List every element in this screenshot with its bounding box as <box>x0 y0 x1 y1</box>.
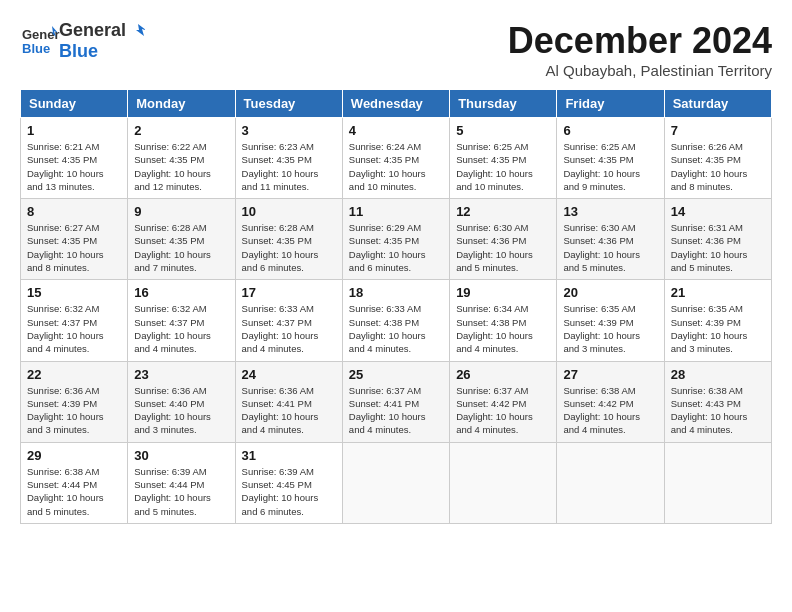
day-info: Sunrise: 6:38 AM Sunset: 4:42 PM Dayligh… <box>563 384 657 437</box>
day-number: 6 <box>563 123 657 138</box>
day-info: Sunrise: 6:25 AM Sunset: 4:35 PM Dayligh… <box>563 140 657 193</box>
logo-icon: General Blue <box>20 21 60 61</box>
table-row: 11Sunrise: 6:29 AM Sunset: 4:35 PM Dayli… <box>342 199 449 280</box>
calendar-table: Sunday Monday Tuesday Wednesday Thursday… <box>20 89 772 524</box>
table-row: 1Sunrise: 6:21 AM Sunset: 4:35 PM Daylig… <box>21 118 128 199</box>
svg-text:Blue: Blue <box>22 41 50 56</box>
table-row: 4Sunrise: 6:24 AM Sunset: 4:35 PM Daylig… <box>342 118 449 199</box>
location: Al Qubaybah, Palestinian Territory <box>508 62 772 79</box>
table-row: 13Sunrise: 6:30 AM Sunset: 4:36 PM Dayli… <box>557 199 664 280</box>
logo-blue-text: Blue <box>59 41 148 62</box>
day-number: 22 <box>27 367 121 382</box>
title-section: December 2024 Al Qubaybah, Palestinian T… <box>508 20 772 79</box>
table-row: 19Sunrise: 6:34 AM Sunset: 4:38 PM Dayli… <box>450 280 557 361</box>
page-header: General Blue General Blue December 2024 … <box>20 20 772 79</box>
table-row: 24Sunrise: 6:36 AM Sunset: 4:41 PM Dayli… <box>235 361 342 442</box>
day-number: 24 <box>242 367 336 382</box>
table-row: 28Sunrise: 6:38 AM Sunset: 4:43 PM Dayli… <box>664 361 771 442</box>
logo: General Blue General Blue <box>20 20 148 61</box>
day-number: 15 <box>27 285 121 300</box>
svg-marker-3 <box>136 24 146 36</box>
table-row: 3Sunrise: 6:23 AM Sunset: 4:35 PM Daylig… <box>235 118 342 199</box>
day-info: Sunrise: 6:33 AM Sunset: 4:37 PM Dayligh… <box>242 302 336 355</box>
table-row: 14Sunrise: 6:31 AM Sunset: 4:36 PM Dayli… <box>664 199 771 280</box>
day-number: 3 <box>242 123 336 138</box>
day-info: Sunrise: 6:27 AM Sunset: 4:35 PM Dayligh… <box>27 221 121 274</box>
day-number: 1 <box>27 123 121 138</box>
day-number: 18 <box>349 285 443 300</box>
day-number: 27 <box>563 367 657 382</box>
table-row: 29Sunrise: 6:38 AM Sunset: 4:44 PM Dayli… <box>21 442 128 523</box>
table-row: 26Sunrise: 6:37 AM Sunset: 4:42 PM Dayli… <box>450 361 557 442</box>
day-number: 16 <box>134 285 228 300</box>
table-row: 25Sunrise: 6:37 AM Sunset: 4:41 PM Dayli… <box>342 361 449 442</box>
day-number: 26 <box>456 367 550 382</box>
table-row: 16Sunrise: 6:32 AM Sunset: 4:37 PM Dayli… <box>128 280 235 361</box>
table-row: 7Sunrise: 6:26 AM Sunset: 4:35 PM Daylig… <box>664 118 771 199</box>
col-monday: Monday <box>128 90 235 118</box>
day-info: Sunrise: 6:37 AM Sunset: 4:42 PM Dayligh… <box>456 384 550 437</box>
day-info: Sunrise: 6:34 AM Sunset: 4:38 PM Dayligh… <box>456 302 550 355</box>
day-info: Sunrise: 6:39 AM Sunset: 4:44 PM Dayligh… <box>134 465 228 518</box>
day-number: 28 <box>671 367 765 382</box>
table-row: 20Sunrise: 6:35 AM Sunset: 4:39 PM Dayli… <box>557 280 664 361</box>
day-number: 20 <box>563 285 657 300</box>
day-info: Sunrise: 6:38 AM Sunset: 4:44 PM Dayligh… <box>27 465 121 518</box>
table-row: 17Sunrise: 6:33 AM Sunset: 4:37 PM Dayli… <box>235 280 342 361</box>
day-number: 30 <box>134 448 228 463</box>
day-number: 2 <box>134 123 228 138</box>
table-row <box>450 442 557 523</box>
day-number: 11 <box>349 204 443 219</box>
day-info: Sunrise: 6:36 AM Sunset: 4:40 PM Dayligh… <box>134 384 228 437</box>
col-tuesday: Tuesday <box>235 90 342 118</box>
day-info: Sunrise: 6:28 AM Sunset: 4:35 PM Dayligh… <box>242 221 336 274</box>
day-number: 9 <box>134 204 228 219</box>
day-number: 12 <box>456 204 550 219</box>
day-number: 19 <box>456 285 550 300</box>
day-number: 29 <box>27 448 121 463</box>
table-row: 30Sunrise: 6:39 AM Sunset: 4:44 PM Dayli… <box>128 442 235 523</box>
table-row <box>664 442 771 523</box>
day-number: 4 <box>349 123 443 138</box>
day-number: 10 <box>242 204 336 219</box>
day-info: Sunrise: 6:21 AM Sunset: 4:35 PM Dayligh… <box>27 140 121 193</box>
table-row: 6Sunrise: 6:25 AM Sunset: 4:35 PM Daylig… <box>557 118 664 199</box>
day-info: Sunrise: 6:31 AM Sunset: 4:36 PM Dayligh… <box>671 221 765 274</box>
table-row: 10Sunrise: 6:28 AM Sunset: 4:35 PM Dayli… <box>235 199 342 280</box>
day-info: Sunrise: 6:22 AM Sunset: 4:35 PM Dayligh… <box>134 140 228 193</box>
day-number: 7 <box>671 123 765 138</box>
day-number: 23 <box>134 367 228 382</box>
day-info: Sunrise: 6:23 AM Sunset: 4:35 PM Dayligh… <box>242 140 336 193</box>
day-info: Sunrise: 6:35 AM Sunset: 4:39 PM Dayligh… <box>563 302 657 355</box>
calendar-week-row: 29Sunrise: 6:38 AM Sunset: 4:44 PM Dayli… <box>21 442 772 523</box>
calendar-week-row: 1Sunrise: 6:21 AM Sunset: 4:35 PM Daylig… <box>21 118 772 199</box>
day-number: 25 <box>349 367 443 382</box>
day-number: 5 <box>456 123 550 138</box>
table-row: 21Sunrise: 6:35 AM Sunset: 4:39 PM Dayli… <box>664 280 771 361</box>
day-number: 14 <box>671 204 765 219</box>
calendar-week-row: 15Sunrise: 6:32 AM Sunset: 4:37 PM Dayli… <box>21 280 772 361</box>
calendar-week-row: 22Sunrise: 6:36 AM Sunset: 4:39 PM Dayli… <box>21 361 772 442</box>
month-title: December 2024 <box>508 20 772 62</box>
table-row: 2Sunrise: 6:22 AM Sunset: 4:35 PM Daylig… <box>128 118 235 199</box>
table-row: 31Sunrise: 6:39 AM Sunset: 4:45 PM Dayli… <box>235 442 342 523</box>
table-row: 8Sunrise: 6:27 AM Sunset: 4:35 PM Daylig… <box>21 199 128 280</box>
day-info: Sunrise: 6:36 AM Sunset: 4:39 PM Dayligh… <box>27 384 121 437</box>
day-info: Sunrise: 6:25 AM Sunset: 4:35 PM Dayligh… <box>456 140 550 193</box>
day-info: Sunrise: 6:35 AM Sunset: 4:39 PM Dayligh… <box>671 302 765 355</box>
day-info: Sunrise: 6:39 AM Sunset: 4:45 PM Dayligh… <box>242 465 336 518</box>
col-thursday: Thursday <box>450 90 557 118</box>
day-info: Sunrise: 6:30 AM Sunset: 4:36 PM Dayligh… <box>563 221 657 274</box>
calendar-header-row: Sunday Monday Tuesday Wednesday Thursday… <box>21 90 772 118</box>
logo-bird-icon <box>128 22 148 38</box>
col-sunday: Sunday <box>21 90 128 118</box>
day-info: Sunrise: 6:32 AM Sunset: 4:37 PM Dayligh… <box>27 302 121 355</box>
day-info: Sunrise: 6:36 AM Sunset: 4:41 PM Dayligh… <box>242 384 336 437</box>
day-number: 31 <box>242 448 336 463</box>
day-info: Sunrise: 6:24 AM Sunset: 4:35 PM Dayligh… <box>349 140 443 193</box>
table-row: 15Sunrise: 6:32 AM Sunset: 4:37 PM Dayli… <box>21 280 128 361</box>
day-number: 21 <box>671 285 765 300</box>
day-info: Sunrise: 6:26 AM Sunset: 4:35 PM Dayligh… <box>671 140 765 193</box>
table-row: 9Sunrise: 6:28 AM Sunset: 4:35 PM Daylig… <box>128 199 235 280</box>
table-row: 18Sunrise: 6:33 AM Sunset: 4:38 PM Dayli… <box>342 280 449 361</box>
